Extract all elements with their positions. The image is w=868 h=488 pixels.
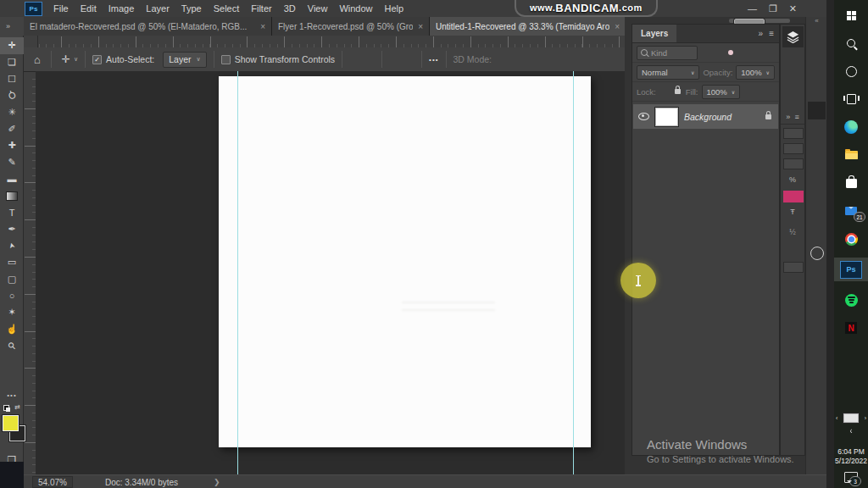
char-dropdown-2[interactable] [783, 143, 804, 154]
default-colors-icon[interactable]: ⇄ [3, 403, 20, 412]
close-button[interactable]: ✕ [789, 3, 797, 14]
dock-collapse-icon[interactable]: « [806, 17, 827, 27]
text-color-swatch[interactable] [783, 191, 804, 202]
tab-el-matadero[interactable]: El matadero-Recovered.psd @ 50% (El-Mata… [24, 17, 272, 36]
tab-close-icon[interactable]: × [418, 22, 423, 31]
tab-close-icon[interactable]: × [260, 22, 265, 31]
guide-right[interactable] [573, 71, 574, 474]
strikethrough-icon[interactable]: Ŧ [781, 208, 804, 216]
rectangle-tool[interactable]: ▭ [0, 254, 24, 271]
opacity-value[interactable]: 100% ∨ [736, 65, 775, 80]
glyphs-panel-icon[interactable] [808, 149, 826, 167]
char-dropdown-4[interactable] [783, 262, 804, 273]
type-tool[interactable]: T [0, 204, 24, 221]
3d-panel-icon[interactable] [808, 173, 826, 191]
panel-expand-icon[interactable]: » [786, 113, 790, 121]
gradient-tool[interactable] [0, 187, 24, 204]
menu-item[interactable]: Edit [75, 3, 103, 14]
status-chevron-icon[interactable]: ❯ [214, 478, 220, 486]
paragraph-panel-icon[interactable] [808, 125, 826, 143]
swatches-panel-icon[interactable] [808, 54, 826, 72]
horizontal-ruler[interactable] [24, 36, 632, 48]
taskbar-scrollbar[interactable]: ‹ › [836, 413, 866, 423]
eraser-tool[interactable]: ▬ [0, 171, 24, 188]
lasso-tool[interactable]: Ϙ [0, 87, 24, 104]
artboard-tool[interactable]: ❏ [0, 54, 24, 71]
task-view-icon[interactable] [834, 90, 868, 108]
menu-item[interactable]: Help [379, 3, 410, 14]
panel-menu-icon[interactable]: ≡ [794, 113, 798, 121]
kind-filter-dropdown[interactable]: Kind [637, 46, 698, 60]
blend-mode-dropdown[interactable]: Normal ∨ [637, 65, 699, 80]
menu-item[interactable]: File [47, 3, 75, 14]
character-panel-icon[interactable] [808, 102, 826, 119]
guide-left[interactable] [237, 71, 238, 474]
filter-switch-icon[interactable] [728, 50, 733, 55]
home-icon[interactable]: ⌂ [31, 53, 44, 66]
menu-item[interactable]: Image [103, 3, 141, 14]
tab-untitled-1[interactable]: Untitled-1-Recovered @ 33.3% (Temidayo A… [430, 17, 626, 36]
brush-settings-panel-icon[interactable] [808, 197, 826, 214]
layer-thumbnail[interactable] [655, 108, 678, 126]
layer-name[interactable]: Background [684, 112, 758, 122]
taskbar-search-icon[interactable] [834, 34, 868, 53]
document-canvas[interactable] [219, 76, 591, 447]
layers-stack-icon[interactable] [782, 26, 804, 47]
move-tool[interactable]: ✛ [0, 37, 24, 54]
edit-toolbar-icon[interactable]: ••• [0, 391, 24, 399]
menu-item[interactable]: Filter [245, 3, 277, 14]
tab-flyer-1[interactable]: Flyer 1-Recovered.psd @ 50% (Group 1, RG… [272, 17, 430, 36]
auto-select-checkbox[interactable]: ✓ [92, 55, 102, 64]
ellipse-tool[interactable]: ○ [0, 287, 24, 304]
marquee-tool[interactable]: ☐ [0, 70, 24, 87]
panel-menu-icon[interactable]: ≡ [769, 29, 774, 38]
move-tool-icon[interactable]: ✛ [58, 53, 74, 65]
panel-expand-icon[interactable]: » [759, 29, 764, 38]
microsoft-store-icon[interactable] [834, 174, 868, 192]
more-options-icon[interactable]: ••• [429, 56, 438, 64]
adjustments-panel-icon[interactable] [808, 269, 826, 286]
libraries-panel-icon[interactable] [808, 78, 826, 96]
char-dropdown-1[interactable] [783, 128, 804, 139]
menu-item[interactable]: View [302, 3, 334, 14]
creative-cloud-icon[interactable] [810, 247, 824, 260]
foreground-color-swatch[interactable] [3, 415, 19, 431]
hand-tool[interactable]: ☝ [0, 321, 24, 338]
swap-colors-icon[interactable]: ⇄ [14, 403, 20, 411]
spotify-icon[interactable] [834, 291, 868, 309]
auto-select-target-dropdown[interactable]: Layer ∨ [163, 52, 206, 68]
show-transform-checkbox[interactable]: ✓ [221, 55, 231, 64]
quick-selection-tool[interactable]: ✳ [0, 104, 24, 121]
photoshop-icon[interactable]: Ps [834, 258, 868, 281]
cortana-icon[interactable] [834, 62, 868, 80]
pasteboard[interactable] [36, 71, 625, 474]
mail-icon[interactable]: 21 [834, 202, 868, 220]
tool-preset-chevron[interactable]: ∨ [74, 56, 78, 63]
lock-all-icon[interactable] [675, 89, 681, 94]
taskbar-clock[interactable]: 6:04 PM 5/12/2022 [835, 447, 867, 466]
layer-visibility-icon[interactable] [638, 113, 649, 120]
char-dropdown-3[interactable] [783, 158, 804, 169]
layers-panel-tab[interactable]: Layers [632, 25, 676, 42]
vertical-ruler[interactable] [24, 71, 36, 474]
edge-icon[interactable] [834, 118, 868, 136]
menu-item[interactable]: 3D [278, 3, 302, 14]
menu-item[interactable]: Select [208, 3, 246, 14]
menu-item[interactable]: Layer [140, 3, 175, 14]
file-explorer-icon[interactable] [834, 146, 868, 164]
zoom-tool[interactable]: ⚲ [0, 337, 24, 354]
dock-scrollbar[interactable] [729, 19, 790, 23]
healing-brush-tool[interactable]: ✚ [0, 137, 24, 154]
action-center-icon[interactable]: 3 [844, 472, 858, 483]
eyedropper-tool[interactable]: ✐ [0, 120, 24, 137]
menu-item[interactable]: Type [175, 3, 208, 14]
rounded-rectangle-tool[interactable]: ▢ [0, 271, 24, 288]
zoom-level-field[interactable]: 54.07% [32, 476, 73, 488]
restore-button[interactable]: ❐ [769, 3, 777, 14]
paths-panel-icon[interactable] [808, 30, 826, 48]
pen-tool[interactable]: ✒ [0, 221, 24, 238]
start-button[interactable] [834, 6, 868, 25]
tool-presets-panel-icon[interactable] [808, 220, 826, 238]
minimize-button[interactable]: — [748, 3, 757, 14]
layer-row-background[interactable]: Background [633, 104, 778, 129]
